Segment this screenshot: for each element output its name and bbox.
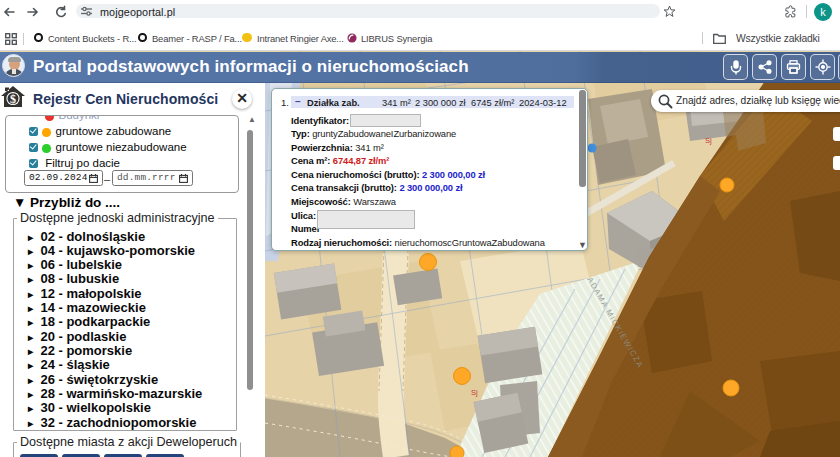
svg-text:Sj: Sj — [705, 136, 712, 145]
svg-text:$: $ — [10, 92, 16, 106]
svg-text:Sj: Sj — [471, 388, 478, 397]
